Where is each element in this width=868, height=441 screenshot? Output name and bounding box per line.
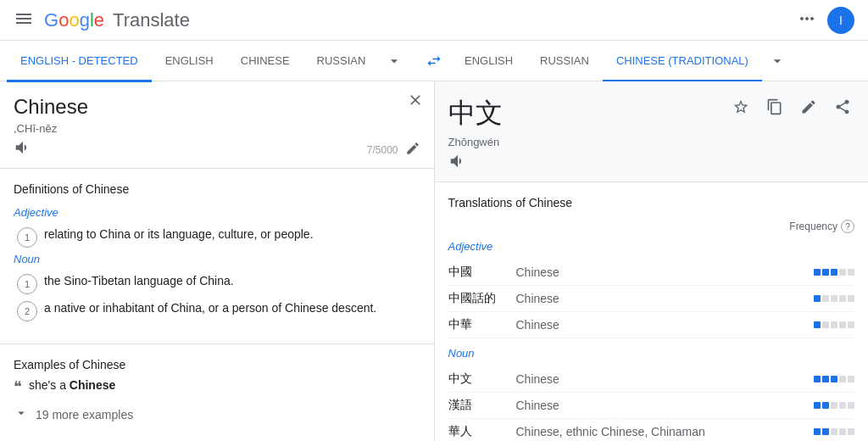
definitions-header: Definitions of Chinese [14,182,420,196]
example-item: ❝ she's a Chinese [14,378,420,397]
share-button[interactable] [827,92,858,122]
freq-bars [814,269,854,276]
input-controls: 7/5000 [14,138,420,161]
header: Google Translate I [0,0,868,41]
main-content: Chinese ,CHī-nēz 7/5000 Definitions of [0,81,868,441]
trans-row: 中國話的 Chinese [448,286,855,312]
menu-icon[interactable] [14,8,34,31]
freq-bars [814,295,854,302]
translations-header: Translations of Chinese [448,196,855,209]
input-area: Chinese ,CHī-nēz 7/5000 [0,81,434,169]
tab-russian-source[interactable]: RUSSIAN [303,42,380,82]
freq-bars [814,428,854,435]
star-button[interactable] [726,92,756,122]
more-examples-button[interactable]: 19 more examples [14,402,420,427]
chevron-down-icon [14,405,29,424]
tab-chinese-source[interactable]: CHINESE [227,42,303,82]
more-source-langs[interactable] [379,41,409,81]
more-target-langs[interactable] [762,41,793,81]
pos-noun: Noun [14,253,420,265]
tab-english-target[interactable]: ENGLISH [451,42,526,82]
left-panel: Chinese ,CHī-nēz 7/5000 Definitions of [0,81,435,441]
trans-row: 華人 Chinese, ethnic Chinese, Chinaman [448,419,855,441]
example-text: she's a Chinese [29,378,115,392]
examples-header: Examples of Chinese [14,358,420,371]
definitions-area: Definitions of Chinese Adjective 1 relat… [0,169,434,343]
avatar[interactable]: I [827,7,854,34]
examples-area: Examples of Chinese ❝ she's a Chinese 19… [0,343,434,441]
input-pronunciation: ,CHī-nēz [14,122,420,135]
translations-area: Translations of Chinese Frequency ? Adje… [435,182,869,441]
target-lang-tabs: ENGLISH RUSSIAN CHINESE (TRADITIONAL) [451,41,861,81]
freq-bars [814,402,854,409]
freq-bars [814,376,854,382]
swap-languages-button[interactable] [417,44,451,78]
tab-english-source[interactable]: ENGLISH [152,42,227,82]
speaker-icon-source[interactable] [14,138,32,161]
logo-google-text: Google [44,9,104,31]
trans-row: 中文 Chinese [448,366,855,393]
pos-adjective: Adjective [14,206,420,219]
copy-button[interactable] [760,92,790,122]
char-count: 7/5000 [367,144,398,156]
freq-bars [814,321,854,328]
def-item: 2 a native or inhabitant of China, or a … [14,299,420,321]
apps-icon[interactable] [797,8,817,31]
def-item: 1 the Sino-Tibetan language of China. [14,272,420,294]
frequency-header: Frequency ? [448,220,855,233]
language-bar: ENGLISH - DETECTED ENGLISH CHINESE RUSSI… [0,41,868,81]
right-panel: 中文 Zhōngwén [435,81,869,441]
quote-icon: ❝ [14,378,22,397]
output-controls [448,152,855,175]
tab-russian-target[interactable]: RUSSIAN [526,42,603,82]
input-word: Chinese [14,95,420,119]
tab-english-detected[interactable]: ENGLISH - DETECTED [7,42,152,82]
output-area: 中文 Zhōngwén [435,81,869,182]
output-pronunciation: Zhōngwén [448,136,855,148]
edit-icon[interactable] [405,141,420,159]
tab-chinese-traditional-target[interactable]: CHINESE (TRADITIONAL) [603,42,762,82]
def-item: 1 relating to China or its language, cul… [14,226,420,248]
logo: Google Translate [44,9,190,31]
trans-row: 中國 Chinese [448,260,855,286]
logo-translate-text: Translate [113,9,190,31]
close-button[interactable] [407,92,424,113]
trans-pos-adjective: Adjective [448,240,855,253]
edit-output-button[interactable] [793,92,824,122]
output-actions [726,92,858,122]
speaker-icon-target[interactable] [448,152,467,175]
trans-row: 漢語 Chinese [448,393,855,419]
frequency-info-icon[interactable]: ? [841,220,854,233]
trans-pos-noun: Noun [448,347,855,360]
trans-row: 中華 Chinese [448,312,855,338]
source-lang-tabs: ENGLISH - DETECTED ENGLISH CHINESE RUSSI… [7,41,417,81]
